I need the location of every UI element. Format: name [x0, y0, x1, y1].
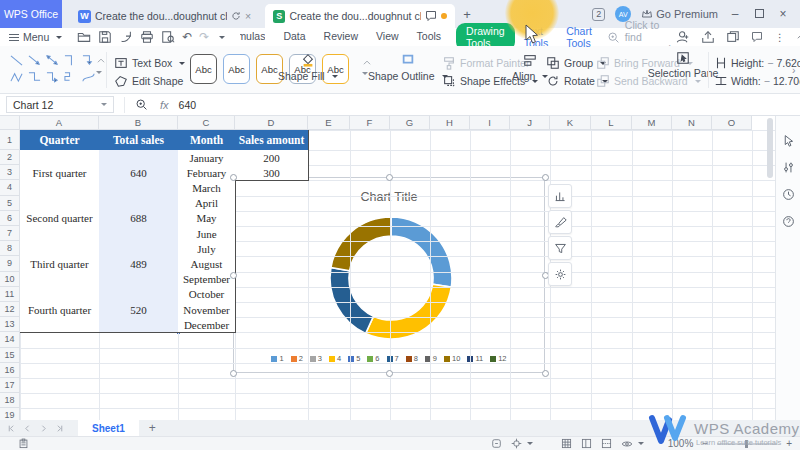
comments-icon[interactable]: [751, 31, 763, 43]
column-header-G[interactable]: G: [390, 116, 430, 130]
chart-handle-4[interactable]: [230, 272, 237, 279]
cell-month-april[interactable]: April: [178, 196, 236, 212]
print-icon[interactable]: [140, 30, 154, 44]
cell-month-september[interactable]: September: [178, 272, 236, 288]
row-header-19[interactable]: 19: [0, 408, 20, 420]
chart-settings-button[interactable]: [548, 262, 572, 286]
width-field[interactable]: Width: − 12.70cm: [714, 74, 800, 88]
legend-item-7[interactable]: 7: [387, 354, 399, 363]
row-header-4[interactable]: 4: [0, 180, 20, 195]
chart-handle-3[interactable]: [542, 174, 549, 181]
sheet-tab-sheet1[interactable]: Sheet1: [78, 420, 139, 436]
first-sheet-icon[interactable]: [7, 424, 16, 433]
last-sheet-icon[interactable]: [55, 424, 64, 433]
maximize-button[interactable]: [752, 7, 766, 21]
height-stepper-down[interactable]: −: [767, 57, 773, 69]
doughnut-segment-first-quarter[interactable]: [391, 217, 452, 287]
row-header-3[interactable]: 3: [0, 165, 20, 180]
row-header-10[interactable]: 10: [0, 272, 20, 287]
vertical-scrollbar[interactable]: [767, 118, 773, 178]
shape-preset-5[interactable]: [80, 54, 96, 67]
column-header-L[interactable]: L: [591, 116, 632, 130]
shape-style-1[interactable]: Abc: [190, 54, 217, 84]
row-header-18[interactable]: 18: [0, 393, 20, 408]
chart-handle-7[interactable]: [386, 370, 393, 377]
row-header-12[interactable]: 12: [0, 302, 20, 317]
shape-preset-6[interactable]: [8, 70, 24, 83]
column-header-F[interactable]: F: [350, 116, 390, 130]
column-header-H[interactable]: H: [430, 116, 470, 130]
menu-item-review[interactable]: Review: [315, 30, 367, 44]
column-header-D[interactable]: D: [235, 116, 308, 130]
cell-total-1[interactable]: 640: [99, 150, 179, 197]
ribbon-overflow-icon[interactable]: ›: [792, 64, 796, 76]
legend-item-8[interactable]: 8: [406, 354, 418, 363]
tab-close-icon[interactable]: ×: [245, 10, 251, 22]
cell-quarter-3[interactable]: Third quarter: [20, 241, 100, 288]
cell-month-july[interactable]: July: [178, 241, 236, 257]
doughnut-segment-second-quarter[interactable]: [366, 284, 452, 339]
select-tool-icon[interactable]: [782, 134, 795, 147]
cell-month-march[interactable]: March: [178, 180, 236, 196]
history-icon[interactable]: [782, 188, 795, 201]
shape-outline-button[interactable]: Shape Outline: [368, 53, 448, 82]
menu-item-tools[interactable]: Tools: [408, 30, 451, 44]
cell-month-october[interactable]: October: [178, 287, 236, 303]
chart-handle-6[interactable]: [230, 370, 237, 377]
cell-total-4[interactable]: 520: [99, 287, 179, 334]
tab-comment-icon[interactable]: [425, 10, 437, 22]
column-header-O[interactable]: O: [712, 116, 752, 130]
upload-share-icon[interactable]: [701, 30, 715, 44]
row-header-17[interactable]: 17: [0, 378, 20, 393]
shape-style-2[interactable]: Abc: [223, 54, 250, 84]
doughnut-segment-third-quarter[interactable]: [330, 268, 374, 334]
status-clipboard-icon[interactable]: [18, 438, 29, 449]
menu-item-view[interactable]: View: [367, 30, 408, 44]
qat-dropdown-icon[interactable]: [219, 36, 225, 39]
column-header-I[interactable]: I: [470, 116, 510, 130]
table-header-sales-amount[interactable]: Sales amount: [235, 130, 309, 151]
row-header-2[interactable]: 2: [0, 150, 20, 165]
shape-preset-1[interactable]: [8, 54, 24, 67]
name-box[interactable]: Chart 12: [6, 96, 114, 113]
column-header-N[interactable]: N: [672, 116, 712, 130]
doughnut-chart[interactable]: Chart Title 123456789101112: [233, 177, 545, 373]
tab-sync-icon[interactable]: [231, 11, 241, 21]
reading-mode-icon[interactable]: [621, 438, 633, 450]
row-header-14[interactable]: 14: [0, 332, 20, 347]
menu-item-formulas[interactable]: Formulas: [231, 30, 274, 44]
cell-month-november[interactable]: November: [178, 302, 236, 318]
normal-view-icon[interactable]: [561, 438, 572, 449]
column-header-C[interactable]: C: [178, 116, 235, 130]
save-icon[interactable]: [98, 30, 112, 44]
legend-item-3[interactable]: 3: [310, 354, 322, 363]
row-header-5[interactable]: 5: [0, 196, 20, 211]
text-box-button[interactable]: Text Box: [114, 56, 185, 70]
row-header-11[interactable]: 11: [0, 287, 20, 302]
settings-sliders-icon[interactable]: [782, 161, 795, 174]
row-header-13[interactable]: 13: [0, 317, 20, 332]
align-button[interactable]: Align: [512, 53, 548, 82]
height-field[interactable]: Height: − 7.62cm: [714, 56, 800, 70]
column-header-J[interactable]: J: [510, 116, 550, 130]
window-switch-icon[interactable]: [726, 30, 740, 44]
width-stepper-down[interactable]: −: [764, 75, 770, 87]
cell-month-december[interactable]: December: [178, 317, 236, 333]
add-sheet-button[interactable]: +: [149, 421, 156, 435]
cell-sales-1[interactable]: 200: [235, 150, 309, 166]
minimize-button[interactable]: –: [728, 7, 742, 21]
table-header-month[interactable]: Month: [178, 130, 236, 151]
chart-handle-1[interactable]: [230, 174, 237, 181]
chart-handle-8[interactable]: [542, 370, 549, 377]
page-layout-view-icon[interactable]: [581, 438, 592, 449]
shape-fill-button[interactable]: Shape Fill: [278, 53, 338, 82]
cell-total-3[interactable]: 489: [99, 241, 179, 288]
shape-gallery-spinner[interactable]: [96, 56, 106, 74]
redo-icon[interactable]: ↷: [199, 30, 209, 44]
chart-handle-2[interactable]: [386, 174, 393, 181]
width-value[interactable]: 12.70cm: [773, 75, 800, 87]
legend-item-10[interactable]: 10: [444, 354, 460, 363]
shape-preset-2[interactable]: [26, 54, 42, 67]
tab-chart-tools[interactable]: Chart Tools: [557, 25, 601, 49]
undo-icon[interactable]: ↶: [182, 30, 192, 44]
